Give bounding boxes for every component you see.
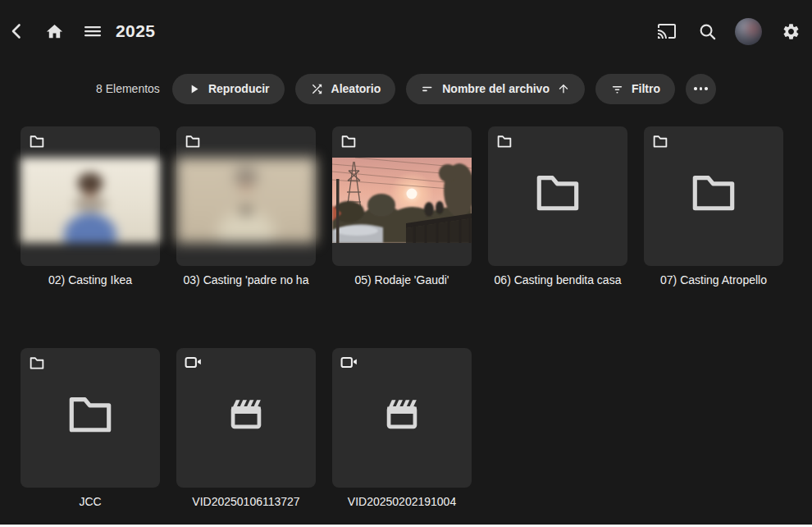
- shuffle-icon: [310, 82, 324, 96]
- grid-item[interactable]: JCC: [21, 348, 160, 508]
- folder-badge-icon: [29, 134, 45, 149]
- settings-icon[interactable]: [782, 22, 801, 41]
- item-thumbnail: [176, 158, 316, 243]
- arrow-up-icon: [557, 82, 570, 95]
- page-title: 2025: [116, 21, 155, 41]
- item-label: 06) Casting bendita casa: [488, 273, 627, 286]
- item-thumbnail: [21, 158, 160, 243]
- sort-button[interactable]: Nombre del archivo: [406, 74, 585, 104]
- item-label: 03) Casting 'padre no ha: [176, 273, 316, 286]
- item-label: 02) Casting Ikea: [21, 273, 160, 286]
- item-tile[interactable]: [176, 348, 316, 488]
- item-tile[interactable]: [21, 348, 160, 488]
- shuffle-button[interactable]: Aleatorio: [295, 74, 396, 104]
- clapperboard-icon: [384, 396, 421, 431]
- grid-item[interactable]: 03) Casting 'padre no ha: [176, 126, 316, 286]
- toolbar: 8 Elementos Reproducir Aleatorio Nombre …: [0, 73, 812, 104]
- item-label: JCC: [21, 495, 160, 508]
- media-grid: 02) Casting Ikea 03) Casting 'padre no h…: [0, 126, 812, 508]
- more-options-button[interactable]: [686, 74, 716, 104]
- folder-icon: [534, 172, 582, 212]
- item-tile[interactable]: [644, 126, 783, 266]
- item-tile[interactable]: [332, 348, 472, 488]
- sort-icon: [421, 82, 435, 96]
- menu-icon[interactable]: [82, 21, 103, 41]
- search-icon[interactable]: [698, 22, 717, 41]
- item-label: VID20250106113727: [176, 495, 316, 508]
- sort-button-label: Nombre del archivo: [442, 82, 550, 95]
- home-icon[interactable]: [44, 22, 64, 41]
- folder-badge-icon: [29, 355, 45, 370]
- grid-item[interactable]: VID20250106113727: [176, 348, 316, 508]
- folder-icon: [66, 393, 114, 433]
- avatar[interactable]: [735, 18, 762, 45]
- grid-item[interactable]: 02) Casting Ikea: [21, 126, 160, 286]
- item-tile[interactable]: [21, 126, 160, 266]
- item-label: VID20250202191004: [332, 495, 472, 508]
- item-tile[interactable]: [488, 126, 627, 266]
- folder-badge-icon: [185, 134, 201, 149]
- item-label: 05) Rodaje 'Gaudi': [332, 273, 472, 286]
- filter-button[interactable]: Filtro: [595, 74, 675, 104]
- more-options-icon: [694, 87, 708, 90]
- back-icon[interactable]: [7, 21, 28, 41]
- item-label: 07) Casting Atropello: [644, 273, 783, 286]
- grid-item[interactable]: 05) Rodaje 'Gaudi': [332, 126, 472, 286]
- folder-badge-icon: [652, 134, 668, 149]
- play-button-label: Reproducir: [208, 82, 270, 95]
- item-count: 8 Elementos: [96, 82, 160, 95]
- folder-badge-icon: [496, 134, 513, 149]
- top-app-bar: 2025: [0, 0, 812, 62]
- grid-item[interactable]: VID20250202191004: [332, 348, 472, 508]
- item-tile[interactable]: [332, 126, 472, 266]
- avatar-image: [735, 18, 762, 45]
- shuffle-button-label: Aleatorio: [331, 82, 381, 95]
- cast-icon[interactable]: [657, 21, 677, 41]
- videocam-badge-icon: [340, 355, 358, 369]
- videocam-badge-icon: [185, 355, 202, 369]
- grid-item[interactable]: 06) Casting bendita casa: [488, 126, 627, 286]
- grid-item[interactable]: 07) Casting Atropello: [644, 126, 783, 286]
- clapperboard-icon: [228, 396, 265, 431]
- item-thumbnail: [332, 158, 472, 243]
- filter-icon: [610, 82, 624, 96]
- folder-icon: [690, 172, 737, 212]
- filter-button-label: Filtro: [632, 82, 660, 95]
- item-tile[interactable]: [176, 126, 316, 266]
- folder-badge-icon: [340, 134, 357, 149]
- play-button[interactable]: Reproducir: [172, 74, 285, 104]
- play-icon: [187, 82, 201, 96]
